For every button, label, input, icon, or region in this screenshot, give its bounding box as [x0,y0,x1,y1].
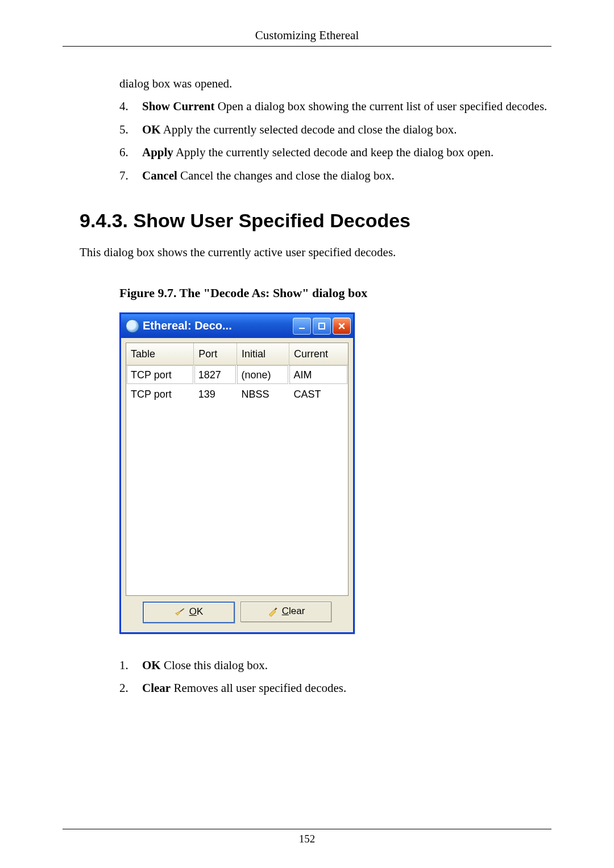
list-term: Apply [142,145,173,159]
list-desc: Close this dialog box. [161,658,268,672]
ok-button[interactable]: OK [143,602,235,623]
list-body: Clear Removes all user specified decodes… [142,679,551,696]
col-port[interactable]: Port [194,343,237,365]
list-desc: Apply the currently selected decode and … [161,123,457,136]
cell-table: TCP port [126,385,194,404]
table-row[interactable]: TCP port 1827 (none) AIM [126,365,348,385]
cell-initial: (none) [237,365,289,385]
dialog-body: Table Port Initial Current TCP port 1827… [121,338,353,632]
footer-rule [63,829,551,829]
list-term: Cancel [142,169,177,182]
list-item: 4. Show Current Open a dialog box showin… [119,98,551,115]
cell-initial: NBSS [237,385,289,404]
col-initial[interactable]: Initial [237,343,289,365]
cell-current: AIM [289,365,348,385]
cell-port: 1827 [194,365,237,385]
ok-label: OK [189,605,204,619]
app-icon [126,319,139,333]
list-term: OK [142,658,161,672]
list-desc: Apply the currently selected decode and … [173,145,493,159]
list-number: 4. [119,98,142,115]
ok-icon [175,607,186,618]
dialog-title: Ethereal: Deco... [143,318,291,334]
cell-current: CAST [289,385,348,404]
figure-caption: Figure 9.7. The "Decode As: Show" dialog… [119,284,551,302]
page-number: 152 [63,833,551,845]
list-item: 1. OK Close this dialog box. [119,657,551,674]
list-body: OK Apply the currently selected decode a… [142,121,551,138]
list-item: 7. Cancel Cancel the changes and close t… [119,167,551,184]
table-row[interactable]: TCP port 139 NBSS CAST [126,385,348,404]
list-body: Apply Apply the currently selected decod… [142,144,551,161]
clear-icon [267,606,279,617]
svg-rect-1 [319,323,325,329]
close-icon [337,322,346,331]
dialog-button-bar: OK Clear [126,596,349,628]
list-term: Show Current [142,99,214,113]
list-term: OK [142,123,161,136]
continuation-text: dialog box was opened. [119,75,551,92]
decode-as-show-dialog: Ethereal: Deco... Table [119,312,355,634]
list-term: Clear [142,681,171,695]
list-number: 1. [119,657,142,674]
list-number: 5. [119,121,142,138]
section-heading: 9.4.3. Show User Specified Decodes [80,207,551,235]
list-desc: Open a dialog box showing the current li… [214,99,547,113]
list-desc: Cancel the changes and close the dialog … [177,169,395,182]
svg-rect-0 [299,328,305,329]
close-button[interactable] [333,318,351,335]
list-item: 2. Clear Removes all user specified deco… [119,679,551,696]
header-rule [63,46,551,47]
clear-button[interactable]: Clear [240,602,331,622]
minimize-button[interactable] [293,318,311,335]
clear-label: Clear [282,604,305,619]
page-header-title: Customizing Ethereal [63,28,551,43]
list-item: 6. Apply Apply the currently selected de… [119,144,551,161]
list-number: 2. [119,679,142,696]
list-body: OK Close this dialog box. [142,657,551,674]
titlebar: Ethereal: Deco... [121,314,353,338]
maximize-button[interactable] [313,318,331,335]
col-table[interactable]: Table [126,343,194,365]
cell-table: TCP port [126,365,194,385]
list-desc: Removes all user specified decodes. [171,681,346,695]
cell-port: 139 [194,385,237,404]
decodes-table[interactable]: Table Port Initial Current TCP port 1827… [126,343,349,596]
list-body: Cancel Cancel the changes and close the … [142,167,551,184]
maximize-icon [317,322,326,331]
table-header-row: Table Port Initial Current [126,343,348,365]
col-current[interactable]: Current [289,343,348,365]
section-paragraph: This dialog box shows the currently acti… [80,244,551,261]
list-number: 7. [119,167,142,184]
list-item: 5. OK Apply the currently selected decod… [119,121,551,138]
minimize-icon [297,322,306,331]
list-body: Show Current Open a dialog box showing t… [142,98,551,115]
list-number: 6. [119,144,142,161]
